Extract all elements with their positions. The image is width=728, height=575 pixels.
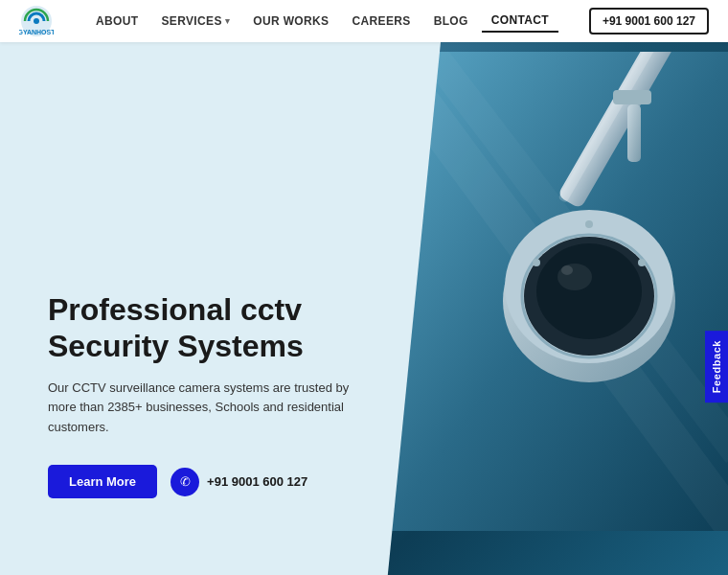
svg-point-1: [34, 18, 39, 24]
nav-links: ABOUT SERVICES ▾ OUR WORKS CAREERS BLOG …: [86, 10, 589, 33]
nav-about[interactable]: ABOUT: [86, 11, 148, 32]
logo[interactable]: GYANHOST: [19, 4, 57, 38]
navbar: GYANHOST ABOUT SERVICES ▾ OUR WORKS CARE…: [0, 0, 728, 42]
svg-rect-9: [627, 104, 641, 162]
hero-actions: Learn More ✆ +91 9001 600 127: [48, 465, 393, 498]
svg-point-17: [533, 259, 540, 266]
feedback-tab[interactable]: Feedback: [705, 331, 728, 402]
hero-title: Professional cctv Security Systems: [48, 291, 393, 365]
call-button[interactable]: ✆ +91 9001 600 127: [171, 468, 307, 496]
chevron-down-icon: ▾: [225, 16, 230, 26]
phone-icon: ✆: [171, 468, 199, 496]
svg-rect-8: [613, 90, 651, 104]
navbar-phone-button[interactable]: +91 9001 600 127: [589, 8, 709, 34]
nav-ourworks[interactable]: OUR WORKS: [243, 11, 338, 32]
nav-contact[interactable]: CONTACT: [482, 10, 558, 33]
hero-left-panel: Professional cctv Security Systems Our C…: [0, 42, 441, 575]
nav-careers[interactable]: CAREERS: [342, 11, 420, 32]
svg-point-18: [638, 259, 646, 266]
svg-point-13: [536, 243, 642, 339]
svg-point-15: [561, 265, 573, 275]
learn-more-button[interactable]: Learn More: [48, 465, 157, 498]
cctv-camera-illustration: [383, 52, 728, 531]
hero-phone-number: +91 9001 600 127: [207, 474, 307, 489]
nav-blog[interactable]: BLOG: [424, 11, 478, 32]
svg-text:GYANHOST: GYANHOST: [19, 29, 54, 35]
hero-section: Professional cctv Security Systems Our C…: [0, 42, 728, 575]
hero-description: Our CCTV surveillance camera systems are…: [48, 379, 354, 438]
logo-icon: GYANHOST: [19, 4, 54, 38]
nav-services[interactable]: SERVICES ▾: [151, 11, 239, 32]
svg-point-19: [585, 220, 593, 228]
